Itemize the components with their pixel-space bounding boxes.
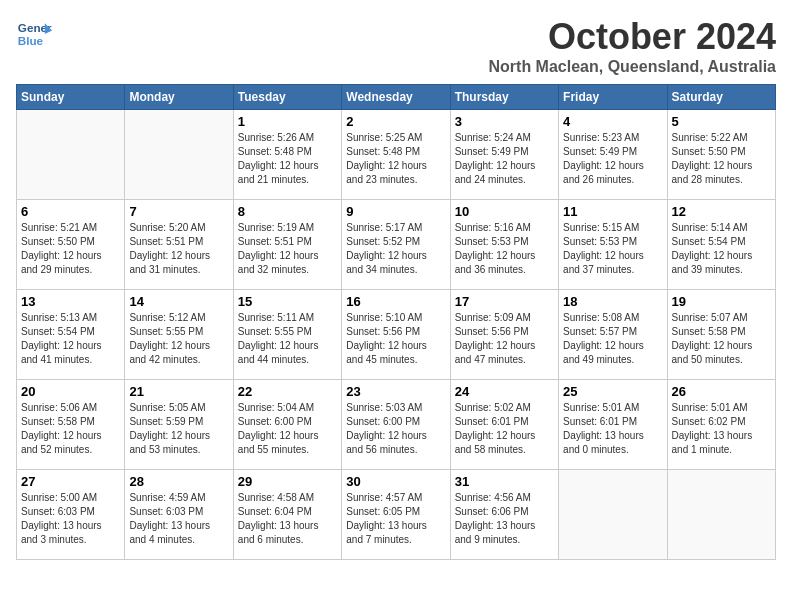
calendar-cell: 17Sunrise: 5:09 AM Sunset: 5:56 PM Dayli…: [450, 290, 558, 380]
day-info: Sunrise: 5:16 AM Sunset: 5:53 PM Dayligh…: [455, 221, 554, 277]
calendar-cell: 30Sunrise: 4:57 AM Sunset: 6:05 PM Dayli…: [342, 470, 450, 560]
logo-svg: General Blue: [16, 16, 52, 52]
day-number: 30: [346, 474, 445, 489]
calendar-cell: 16Sunrise: 5:10 AM Sunset: 5:56 PM Dayli…: [342, 290, 450, 380]
calendar-cell: 1Sunrise: 5:26 AM Sunset: 5:48 PM Daylig…: [233, 110, 341, 200]
day-number: 3: [455, 114, 554, 129]
calendar-cell: 4Sunrise: 5:23 AM Sunset: 5:49 PM Daylig…: [559, 110, 667, 200]
header: General Blue October 2024 North Maclean,…: [16, 16, 776, 76]
calendar-cell: 23Sunrise: 5:03 AM Sunset: 6:00 PM Dayli…: [342, 380, 450, 470]
calendar-cell: 13Sunrise: 5:13 AM Sunset: 5:54 PM Dayli…: [17, 290, 125, 380]
day-number: 27: [21, 474, 120, 489]
calendar-cell: [667, 470, 775, 560]
day-info: Sunrise: 5:08 AM Sunset: 5:57 PM Dayligh…: [563, 311, 662, 367]
calendar-cell: [559, 470, 667, 560]
day-number: 19: [672, 294, 771, 309]
calendar-cell: 11Sunrise: 5:15 AM Sunset: 5:53 PM Dayli…: [559, 200, 667, 290]
calendar-cell: 12Sunrise: 5:14 AM Sunset: 5:54 PM Dayli…: [667, 200, 775, 290]
svg-text:Blue: Blue: [18, 34, 44, 47]
day-number: 22: [238, 384, 337, 399]
day-info: Sunrise: 5:03 AM Sunset: 6:00 PM Dayligh…: [346, 401, 445, 457]
day-number: 9: [346, 204, 445, 219]
weekday-header-friday: Friday: [559, 85, 667, 110]
calendar-cell: 22Sunrise: 5:04 AM Sunset: 6:00 PM Dayli…: [233, 380, 341, 470]
day-number: 8: [238, 204, 337, 219]
weekday-header-monday: Monday: [125, 85, 233, 110]
day-number: 5: [672, 114, 771, 129]
day-number: 11: [563, 204, 662, 219]
day-number: 14: [129, 294, 228, 309]
day-number: 6: [21, 204, 120, 219]
day-info: Sunrise: 4:56 AM Sunset: 6:06 PM Dayligh…: [455, 491, 554, 547]
calendar-cell: [17, 110, 125, 200]
day-number: 24: [455, 384, 554, 399]
weekday-header-saturday: Saturday: [667, 85, 775, 110]
calendar-cell: 26Sunrise: 5:01 AM Sunset: 6:02 PM Dayli…: [667, 380, 775, 470]
day-info: Sunrise: 5:24 AM Sunset: 5:49 PM Dayligh…: [455, 131, 554, 187]
calendar-table: SundayMondayTuesdayWednesdayThursdayFrid…: [16, 84, 776, 560]
calendar-cell: 31Sunrise: 4:56 AM Sunset: 6:06 PM Dayli…: [450, 470, 558, 560]
day-info: Sunrise: 5:00 AM Sunset: 6:03 PM Dayligh…: [21, 491, 120, 547]
calendar-cell: 18Sunrise: 5:08 AM Sunset: 5:57 PM Dayli…: [559, 290, 667, 380]
day-number: 10: [455, 204, 554, 219]
calendar-cell: 8Sunrise: 5:19 AM Sunset: 5:51 PM Daylig…: [233, 200, 341, 290]
calendar-cell: 20Sunrise: 5:06 AM Sunset: 5:58 PM Dayli…: [17, 380, 125, 470]
day-number: 2: [346, 114, 445, 129]
day-info: Sunrise: 5:11 AM Sunset: 5:55 PM Dayligh…: [238, 311, 337, 367]
day-number: 7: [129, 204, 228, 219]
day-info: Sunrise: 5:01 AM Sunset: 6:01 PM Dayligh…: [563, 401, 662, 457]
day-info: Sunrise: 5:17 AM Sunset: 5:52 PM Dayligh…: [346, 221, 445, 277]
day-info: Sunrise: 5:26 AM Sunset: 5:48 PM Dayligh…: [238, 131, 337, 187]
title-section: October 2024 North Maclean, Queensland, …: [489, 16, 776, 76]
calendar-cell: 27Sunrise: 5:00 AM Sunset: 6:03 PM Dayli…: [17, 470, 125, 560]
day-number: 23: [346, 384, 445, 399]
calendar-cell: 15Sunrise: 5:11 AM Sunset: 5:55 PM Dayli…: [233, 290, 341, 380]
calendar-cell: 25Sunrise: 5:01 AM Sunset: 6:01 PM Dayli…: [559, 380, 667, 470]
day-info: Sunrise: 5:23 AM Sunset: 5:49 PM Dayligh…: [563, 131, 662, 187]
day-number: 18: [563, 294, 662, 309]
day-number: 12: [672, 204, 771, 219]
calendar-cell: 6Sunrise: 5:21 AM Sunset: 5:50 PM Daylig…: [17, 200, 125, 290]
day-info: Sunrise: 4:59 AM Sunset: 6:03 PM Dayligh…: [129, 491, 228, 547]
day-number: 1: [238, 114, 337, 129]
day-info: Sunrise: 5:10 AM Sunset: 5:56 PM Dayligh…: [346, 311, 445, 367]
weekday-header-wednesday: Wednesday: [342, 85, 450, 110]
day-info: Sunrise: 5:13 AM Sunset: 5:54 PM Dayligh…: [21, 311, 120, 367]
day-number: 26: [672, 384, 771, 399]
day-info: Sunrise: 4:57 AM Sunset: 6:05 PM Dayligh…: [346, 491, 445, 547]
calendar-cell: 21Sunrise: 5:05 AM Sunset: 5:59 PM Dayli…: [125, 380, 233, 470]
calendar-cell: [125, 110, 233, 200]
calendar-cell: 5Sunrise: 5:22 AM Sunset: 5:50 PM Daylig…: [667, 110, 775, 200]
day-info: Sunrise: 5:15 AM Sunset: 5:53 PM Dayligh…: [563, 221, 662, 277]
day-info: Sunrise: 5:07 AM Sunset: 5:58 PM Dayligh…: [672, 311, 771, 367]
day-info: Sunrise: 5:12 AM Sunset: 5:55 PM Dayligh…: [129, 311, 228, 367]
day-info: Sunrise: 5:20 AM Sunset: 5:51 PM Dayligh…: [129, 221, 228, 277]
calendar-week-row: 20Sunrise: 5:06 AM Sunset: 5:58 PM Dayli…: [17, 380, 776, 470]
day-info: Sunrise: 5:14 AM Sunset: 5:54 PM Dayligh…: [672, 221, 771, 277]
day-info: Sunrise: 5:09 AM Sunset: 5:56 PM Dayligh…: [455, 311, 554, 367]
day-info: Sunrise: 5:04 AM Sunset: 6:00 PM Dayligh…: [238, 401, 337, 457]
calendar-week-row: 6Sunrise: 5:21 AM Sunset: 5:50 PM Daylig…: [17, 200, 776, 290]
day-number: 13: [21, 294, 120, 309]
day-info: Sunrise: 5:06 AM Sunset: 5:58 PM Dayligh…: [21, 401, 120, 457]
logo: General Blue: [16, 16, 52, 52]
day-number: 25: [563, 384, 662, 399]
calendar-week-row: 13Sunrise: 5:13 AM Sunset: 5:54 PM Dayli…: [17, 290, 776, 380]
day-number: 21: [129, 384, 228, 399]
day-info: Sunrise: 5:02 AM Sunset: 6:01 PM Dayligh…: [455, 401, 554, 457]
calendar-header-row: SundayMondayTuesdayWednesdayThursdayFrid…: [17, 85, 776, 110]
day-info: Sunrise: 5:21 AM Sunset: 5:50 PM Dayligh…: [21, 221, 120, 277]
calendar-cell: 9Sunrise: 5:17 AM Sunset: 5:52 PM Daylig…: [342, 200, 450, 290]
day-number: 17: [455, 294, 554, 309]
calendar-week-row: 1Sunrise: 5:26 AM Sunset: 5:48 PM Daylig…: [17, 110, 776, 200]
day-info: Sunrise: 5:05 AM Sunset: 5:59 PM Dayligh…: [129, 401, 228, 457]
day-info: Sunrise: 5:22 AM Sunset: 5:50 PM Dayligh…: [672, 131, 771, 187]
calendar-cell: 3Sunrise: 5:24 AM Sunset: 5:49 PM Daylig…: [450, 110, 558, 200]
calendar-week-row: 27Sunrise: 5:00 AM Sunset: 6:03 PM Dayli…: [17, 470, 776, 560]
day-info: Sunrise: 5:25 AM Sunset: 5:48 PM Dayligh…: [346, 131, 445, 187]
day-number: 28: [129, 474, 228, 489]
day-number: 4: [563, 114, 662, 129]
day-info: Sunrise: 5:01 AM Sunset: 6:02 PM Dayligh…: [672, 401, 771, 457]
day-number: 29: [238, 474, 337, 489]
weekday-header-tuesday: Tuesday: [233, 85, 341, 110]
